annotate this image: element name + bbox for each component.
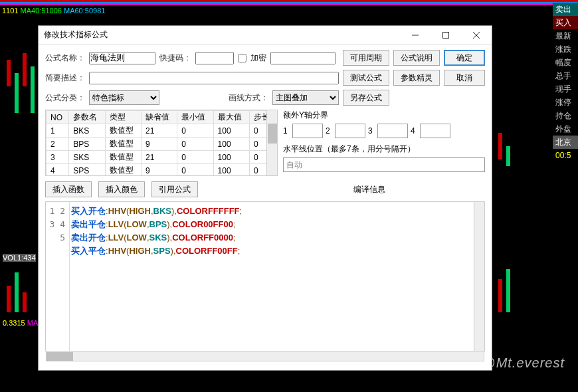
side-sell[interactable]: 卖出: [553, 3, 578, 16]
candle: [7, 60, 11, 86]
titlebar: 修改技术指标公式: [39, 26, 492, 45]
cancel-button[interactable]: 取消: [444, 70, 485, 86]
side-item: 现手: [553, 82, 578, 96]
yaxis-input-1[interactable]: [292, 124, 323, 138]
bg-accent3: [0, 3, 578, 5]
volume-bar: [7, 286, 11, 312]
ok-button[interactable]: 确定: [444, 50, 485, 66]
drawmode-select[interactable]: 主图叠加: [272, 90, 339, 105]
side-item: 涨停: [553, 96, 578, 109]
desc-label: 简要描述：: [45, 72, 85, 84]
th-max: 最大值: [213, 111, 249, 124]
category-label: 公式分类：: [45, 92, 85, 104]
side-item: 总手: [553, 69, 578, 82]
candle: [23, 53, 27, 86]
formula-editor-dialog: 修改技术指标公式 公式名称： 快捷码： 加密 可用周期 公式说明 确定 简要描述…: [38, 25, 492, 371]
ma5-readout: 0.3315 MA: [3, 319, 38, 327]
encrypt-label: 加密: [250, 52, 266, 64]
hotkey-input[interactable]: [195, 52, 234, 64]
candle: [506, 146, 510, 166]
code-gutter: 1 2 3 4 5: [46, 202, 70, 351]
yaxis-input-3[interactable]: [377, 124, 408, 138]
params-table-wrap: NO 参数名 类型 缺省值 最小值 最大值 步长 1BKS数值型2101000 …: [45, 110, 278, 176]
insert-color-button[interactable]: 插入颜色: [98, 181, 145, 197]
volume-readout: VOL1:434: [3, 254, 36, 262]
code-editor[interactable]: 1 2 3 4 5 买入开仓:HHV(HIGH,BKS),COLORFFFFFF…: [45, 201, 485, 351]
th-type: 类型: [105, 111, 141, 124]
saveas-button[interactable]: 另存公式: [343, 90, 389, 106]
th-min: 最小值: [177, 111, 213, 124]
params-scrollbar[interactable]: [266, 110, 277, 175]
explain-button[interactable]: 公式说明: [393, 50, 440, 66]
maximize-button[interactable]: [431, 26, 461, 45]
candle: [31, 66, 35, 113]
yaxis-num: 2: [326, 126, 332, 136]
yaxis-group-label: 额外Y轴分界: [283, 110, 485, 121]
encrypt-input[interactable]: [270, 52, 336, 64]
side-item: 最新: [553, 29, 578, 43]
ma-readout: 1101 MA40:51006 MA60:50981: [2, 7, 105, 15]
code-body[interactable]: 买入开仓:HHV(HIGH,BKS),COLORFFFFFF; 卖出平仓:LLV…: [70, 202, 474, 351]
side-panel: 卖出 买入 最新 涨跌 幅度 总手 现手 涨停 持仓 外盘 北京 00:5: [553, 3, 578, 162]
th-name: 参数名: [69, 111, 105, 124]
th-def: 缺省值: [141, 111, 177, 124]
th-no: NO: [47, 111, 69, 124]
yaxis-num: 1: [283, 126, 290, 136]
code-scrollbar-v[interactable]: [474, 202, 484, 351]
hlines-label: 水平线位置（最多7条，用分号隔开）: [283, 144, 485, 155]
insert-fn-button[interactable]: 插入函数: [45, 181, 92, 197]
side-item: 涨跌: [553, 43, 578, 56]
table-row[interactable]: 2BPS数值型901000: [47, 138, 277, 151]
dialog-title: 修改技术指标公式: [44, 29, 400, 41]
table-row[interactable]: 1BKS数值型2101000: [47, 124, 277, 138]
ref-formula-button[interactable]: 引用公式: [151, 181, 198, 197]
category-select[interactable]: 特色指标: [89, 90, 159, 105]
close-button[interactable]: [461, 26, 492, 45]
yaxis-row: 1 2 3 4: [283, 124, 485, 138]
yaxis-num: 3: [368, 126, 375, 136]
volume-bar: [15, 272, 19, 312]
side-item: 持仓: [553, 109, 578, 122]
test-button[interactable]: 测试公式: [343, 70, 389, 86]
candle: [498, 133, 502, 159]
hlines-input[interactable]: [283, 157, 485, 172]
period-button[interactable]: 可用周期: [343, 50, 389, 66]
minimize-button[interactable]: [400, 26, 431, 45]
wizard-button[interactable]: 参数精灵: [393, 70, 440, 86]
svg-rect-1: [443, 32, 449, 38]
name-label: 公式名称：: [45, 52, 85, 64]
side-item: 外盘: [553, 122, 578, 136]
side-time: 00:5: [553, 149, 578, 162]
code-scrollbar-h[interactable]: [46, 351, 484, 361]
volume-bar: [506, 269, 510, 312]
volume-bar: [498, 279, 502, 312]
params-table[interactable]: NO 参数名 类型 缺省值 最小值 最大值 步长 1BKS数值型2101000 …: [46, 110, 277, 176]
drawmode-label: 画线方式：: [229, 92, 268, 104]
side-item: 幅度: [553, 56, 578, 69]
volume-bar: [23, 292, 27, 312]
yaxis-input-2[interactable]: [335, 124, 365, 138]
table-row[interactable]: 3SKS数值型2101000: [47, 151, 277, 164]
table-row[interactable]: 4SPS数值型901000: [47, 164, 277, 177]
encrypt-checkbox[interactable]: [238, 54, 246, 62]
compile-info-label: 编译信息: [353, 184, 385, 195]
side-city: 北京: [553, 136, 578, 149]
yaxis-num: 4: [411, 126, 417, 136]
name-input[interactable]: [89, 52, 155, 64]
yaxis-input-4[interactable]: [420, 124, 450, 138]
side-buy[interactable]: 买入: [553, 16, 578, 29]
hotkey-label: 快捷码：: [159, 52, 191, 64]
candle: [15, 73, 19, 113]
desc-input[interactable]: [89, 72, 339, 84]
